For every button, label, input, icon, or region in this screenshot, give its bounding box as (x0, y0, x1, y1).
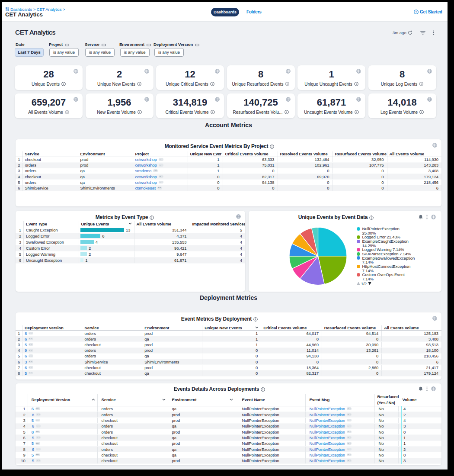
svg-text:?: ? (415, 10, 417, 13)
